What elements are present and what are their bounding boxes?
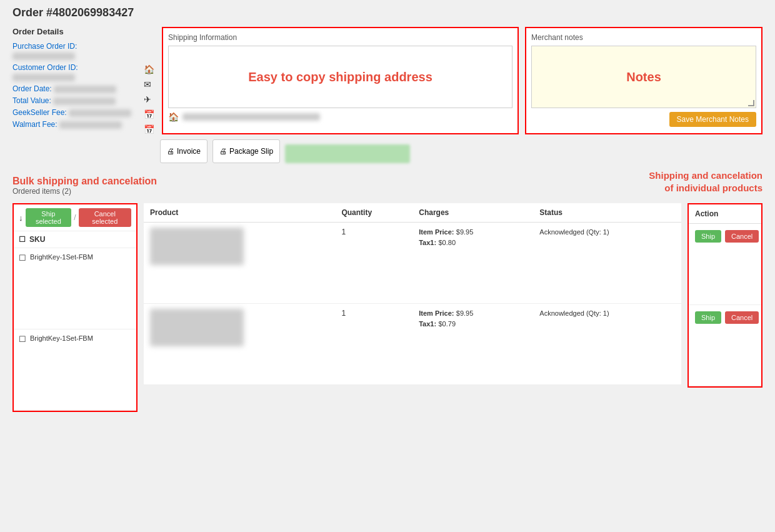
status-cell-2: Acknowledged (Qty: 1): [533, 304, 681, 385]
plane-icon[interactable]: ✈: [144, 94, 154, 104]
product-cell-2: [144, 304, 335, 385]
mail-icon[interactable]: ✉: [144, 79, 154, 89]
action-header: Action: [689, 204, 761, 224]
row2-checkbox[interactable]: ☐: [19, 334, 26, 344]
product-image-2: [150, 309, 244, 346]
charges-cell-1: Item Price: $9.95 Tax1: $0.80: [412, 223, 533, 304]
field-order-date: Order Date:: [12, 84, 138, 93]
walmart-fee-value: [59, 121, 122, 129]
package-slip-button[interactable]: 🖨 Package Slip: [212, 139, 280, 163]
bottom-home-icon: 🏠: [168, 112, 179, 122]
tax-value-1: $0.80: [438, 239, 456, 246]
tax-row-1: Tax1: $0.80: [419, 238, 527, 247]
order-date-value: [54, 86, 116, 93]
quantity-cell-1: 1: [335, 223, 412, 304]
shipping-address-area[interactable]: Easy to copy shipping address: [168, 46, 512, 108]
main-content-row: ↓ Ship selected / Cancel selected ☐ SKU …: [12, 203, 762, 412]
charges-header: Charges: [412, 203, 533, 223]
customer-order-label: Customer Order ID:: [12, 63, 78, 72]
field-customer-order: Customer Order ID:: [12, 63, 138, 81]
shipping-bottom-row: 🏠: [168, 112, 512, 122]
customer-order-value: [12, 74, 75, 81]
tax-row-2: Tax1: $0.79: [419, 319, 527, 328]
purchase-order-label: Purchase Order ID:: [12, 42, 77, 51]
sku-value-1: BrightKey-1Set-FBM: [30, 253, 93, 261]
merchant-notes-box: Merchant notes Notes Save Merchant Notes: [525, 27, 762, 134]
ship-button-1[interactable]: Ship: [695, 230, 721, 243]
ordered-items-subtitle: Ordered items (2): [12, 187, 157, 196]
bulk-individual-header: Bulk shipping and cancelation Ordered it…: [12, 169, 762, 201]
resize-handle: [748, 100, 754, 106]
print-package-icon: 🖨: [219, 147, 227, 156]
save-merchant-notes-button[interactable]: Save Merchant Notes: [669, 112, 756, 127]
select-all-checkbox[interactable]: ☐: [19, 235, 26, 244]
notes-display-area[interactable]: Notes: [531, 46, 756, 108]
bulk-section-header: Bulk shipping and cancelation Ordered it…: [12, 169, 157, 201]
status-value-2: Acknowledged (Qty: 1): [539, 309, 609, 317]
item-price-label-2: Item Price:: [419, 309, 454, 317]
item-price-value-1: $9.95: [456, 228, 474, 236]
table-row-2: 1 Item Price: $9.95 Tax1: $0.79 Acknowle…: [144, 304, 681, 385]
table-row-1: 1 Item Price: $9.95 Tax1: $0.80 Acknowle…: [144, 223, 681, 304]
status-header: Status: [533, 203, 681, 223]
tax-label-2: Tax1:: [419, 320, 436, 328]
quantity-header: Quantity: [335, 203, 412, 223]
total-value-value: [53, 98, 116, 105]
walmart-fee-label: Walmart Fee:: [12, 120, 58, 129]
green-status-bar: [285, 144, 410, 163]
sku-row-1: ☐ BrightKey-1Set-FBM: [14, 248, 136, 329]
print-actions-row: 🖨 Invoice 🖨 Package Slip: [160, 139, 762, 163]
status-value-1: Acknowledged (Qty: 1): [539, 228, 609, 236]
geekseller-fee-label: GeekSeller Fee:: [12, 108, 67, 117]
status-cell-1: Acknowledged (Qty: 1): [533, 223, 681, 304]
tax-value-2: $0.79: [438, 320, 456, 328]
action-cell-1: Ship Cancel: [689, 224, 761, 305]
ship-button-2[interactable]: Ship: [695, 311, 721, 324]
action-cell-2: Ship Cancel: [689, 305, 761, 386]
print-invoice-icon: 🖨: [167, 147, 174, 156]
field-geekseller-fee: GeekSeller Fee:: [12, 108, 138, 117]
individual-section-label: Shipping and cancelation of individual p…: [638, 169, 762, 194]
invoice-label: Invoice: [177, 147, 201, 156]
quantity-cell-2: 1: [335, 304, 412, 385]
bulk-action-bar: ↓ Ship selected / Cancel selected: [14, 204, 136, 231]
geekseller-fee-value: [69, 109, 131, 117]
page-title: Order #4802069983427: [12, 6, 762, 19]
cancel-selected-button[interactable]: Cancel selected: [79, 208, 131, 227]
charges-cell-2: Item Price: $9.95 Tax1: $0.79: [412, 304, 533, 385]
order-details-heading: Order Details: [12, 27, 138, 36]
items-table: Product Quantity Charges Status 1 Item P…: [144, 203, 681, 385]
ship-selected-button[interactable]: Ship selected: [26, 208, 72, 227]
cancel-button-2[interactable]: Cancel: [725, 311, 759, 324]
side-icons-panel: 🏠 ✉ ✈ 📅 📅: [144, 27, 154, 134]
calendar1-icon[interactable]: 📅: [144, 109, 154, 119]
action-column: Action Ship Cancel Ship Cancel: [688, 203, 762, 388]
shipping-address-placeholder: Easy to copy shipping address: [248, 70, 432, 84]
shipping-bottom-blurred: [182, 113, 320, 121]
sku-column: ↓ Ship selected / Cancel selected ☐ SKU …: [12, 203, 138, 412]
merchant-notes-title: Merchant notes: [531, 33, 756, 42]
invoice-button[interactable]: 🖨 Invoice: [160, 139, 208, 163]
shipping-info-title: Shipping Information: [168, 33, 512, 42]
notes-content: Notes: [626, 70, 661, 84]
sku-value-2: BrightKey-1Set-FBM: [30, 334, 93, 342]
cancel-button-1[interactable]: Cancel: [725, 230, 759, 243]
item-price-value-2: $9.95: [456, 309, 474, 317]
item-price-row-2: Item Price: $9.95: [419, 309, 527, 318]
field-total-value: Total Value:: [12, 96, 138, 105]
field-purchase-order: Purchase Order ID:: [12, 41, 138, 60]
calendar2-icon[interactable]: 📅: [144, 124, 154, 134]
row1-checkbox[interactable]: ☐: [19, 253, 26, 263]
item-price-row-1: Item Price: $9.95: [419, 228, 527, 236]
tax-label-1: Tax1:: [419, 239, 436, 246]
order-date-label: Order Date:: [12, 84, 52, 93]
total-value-label: Total Value:: [12, 96, 51, 105]
purchase-order-value: [12, 53, 75, 60]
home-icon[interactable]: 🏠: [144, 64, 154, 74]
down-arrow-icon: ↓: [19, 213, 23, 223]
field-walmart-fee: Walmart Fee:: [12, 119, 138, 129]
product-image-1: [150, 228, 244, 265]
shipping-info-box: Shipping Information Easy to copy shippi…: [162, 27, 519, 134]
order-details-panel: Order Details Purchase Order ID: Custome…: [12, 27, 138, 163]
sku-row-2: ☐ BrightKey-1Set-FBM: [14, 329, 136, 411]
